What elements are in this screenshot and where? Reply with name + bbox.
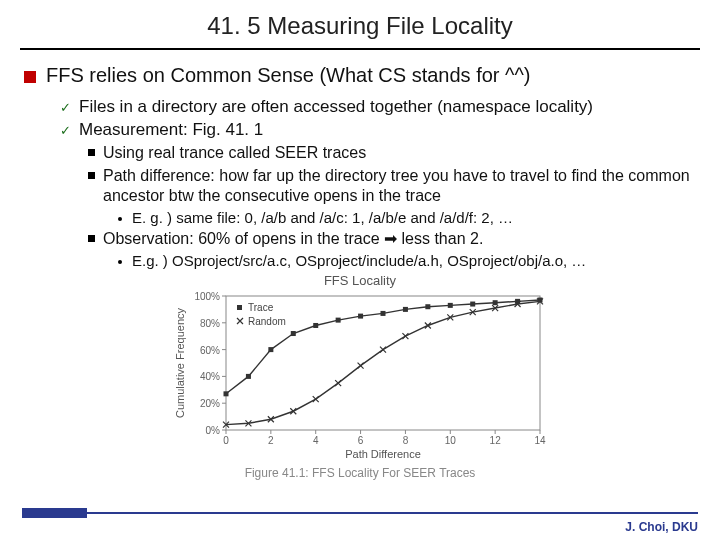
bullet-level2: ✓ Measurement: Fig. 41. 1 bbox=[60, 120, 696, 140]
svg-rect-38 bbox=[381, 311, 386, 316]
check-icon: ✓ bbox=[60, 100, 71, 115]
bullet-level4: E.g. ) OSproject/src/a.c, OSproject/incl… bbox=[118, 252, 696, 269]
svg-text:0: 0 bbox=[223, 435, 229, 446]
bullet-text: Using real trance called SEER traces bbox=[103, 143, 366, 163]
bullet-text: Files in a directory are often accessed … bbox=[79, 97, 593, 117]
svg-rect-39 bbox=[403, 307, 408, 312]
svg-text:60%: 60% bbox=[200, 345, 220, 356]
svg-text:Path Difference: Path Difference bbox=[345, 448, 421, 460]
bullet-text: Observation: 60% of opens in the trace ➡… bbox=[103, 229, 483, 249]
svg-text:4: 4 bbox=[313, 435, 319, 446]
svg-rect-35 bbox=[313, 323, 318, 328]
svg-text:20%: 20% bbox=[200, 398, 220, 409]
title-divider bbox=[20, 48, 700, 50]
footer-text: J. Choi, DKU bbox=[625, 520, 698, 534]
svg-text:100%: 100% bbox=[194, 291, 220, 302]
bullet-text: FFS relies on Common Sense (What CS stan… bbox=[46, 64, 530, 87]
dot-bullet-icon bbox=[118, 260, 122, 264]
svg-rect-41 bbox=[448, 303, 453, 308]
svg-rect-32 bbox=[246, 374, 251, 379]
bullet-text: E.g. ) OSproject/src/a.c, OSproject/incl… bbox=[132, 252, 586, 269]
dot-bullet-icon bbox=[118, 217, 122, 221]
chart-title: FFS Locality bbox=[170, 273, 550, 288]
footer-block-icon bbox=[22, 508, 87, 518]
check-icon: ✓ bbox=[60, 123, 71, 138]
svg-text:Random: Random bbox=[248, 316, 286, 327]
svg-rect-46 bbox=[237, 305, 242, 310]
svg-text:6: 6 bbox=[358, 435, 364, 446]
svg-text:2: 2 bbox=[268, 435, 274, 446]
svg-text:12: 12 bbox=[490, 435, 502, 446]
bullet-level2: ✓ Files in a directory are often accesse… bbox=[60, 97, 696, 117]
svg-rect-40 bbox=[425, 304, 430, 309]
footer-bar bbox=[22, 508, 698, 518]
slide: 41. 5 Measuring File Locality FFS relies… bbox=[0, 0, 720, 540]
square-bullet-icon bbox=[24, 71, 36, 83]
chart-caption: Figure 41.1: FFS Locality For SEER Trace… bbox=[170, 466, 550, 480]
svg-text:80%: 80% bbox=[200, 318, 220, 329]
svg-rect-36 bbox=[336, 318, 341, 323]
svg-text:Trace: Trace bbox=[248, 302, 274, 313]
bullet-level3: Observation: 60% of opens in the trace ➡… bbox=[88, 229, 696, 249]
bullet-level3: Using real trance called SEER traces bbox=[88, 143, 696, 163]
bullet-text: E. g. ) same file: 0, /a/b and /a/c: 1, … bbox=[132, 209, 513, 226]
svg-rect-31 bbox=[224, 391, 229, 396]
footer-line-icon bbox=[22, 512, 698, 514]
bullet-text: Measurement: Fig. 41. 1 bbox=[79, 120, 263, 140]
svg-rect-43 bbox=[493, 300, 498, 305]
svg-rect-33 bbox=[268, 347, 273, 352]
bullet-level4: E. g. ) same file: 0, /a/b and /a/c: 1, … bbox=[118, 209, 696, 226]
svg-text:14: 14 bbox=[534, 435, 546, 446]
small-square-bullet-icon bbox=[88, 235, 95, 242]
svg-text:8: 8 bbox=[403, 435, 409, 446]
svg-rect-37 bbox=[358, 314, 363, 319]
svg-text:0%: 0% bbox=[206, 425, 221, 436]
svg-rect-42 bbox=[470, 302, 475, 307]
page-title: 41. 5 Measuring File Locality bbox=[24, 12, 696, 48]
small-square-bullet-icon bbox=[88, 149, 95, 156]
svg-text:Cumulative Frequency: Cumulative Frequency bbox=[174, 307, 186, 418]
bullet-level3: Path difference: how far up the director… bbox=[88, 166, 696, 206]
svg-text:10: 10 bbox=[445, 435, 457, 446]
chart-plot: 0%20%40%60%80%100%02468101214Path Differ… bbox=[170, 290, 550, 460]
bullet-level1: FFS relies on Common Sense (What CS stan… bbox=[24, 64, 696, 87]
svg-rect-34 bbox=[291, 331, 296, 336]
bullet-text: Path difference: how far up the director… bbox=[103, 166, 696, 206]
small-square-bullet-icon bbox=[88, 172, 95, 179]
chart-container: FFS Locality 0%20%40%60%80%100%024681012… bbox=[170, 273, 550, 480]
svg-text:40%: 40% bbox=[200, 371, 220, 382]
